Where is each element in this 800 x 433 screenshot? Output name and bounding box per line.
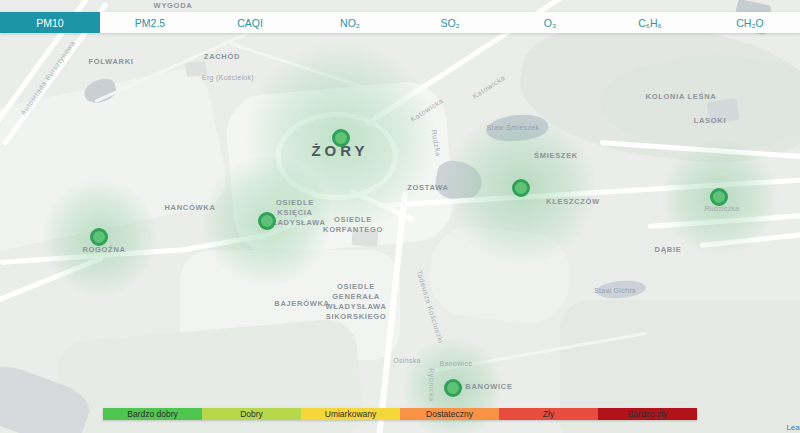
road	[648, 213, 800, 229]
map-terrain-patch	[223, 79, 456, 258]
road	[94, 31, 251, 103]
map-label-mieszek: ŚMIESZEK	[534, 151, 578, 161]
road	[349, 188, 415, 222]
map-label-folwarki: FOLWARKI	[88, 57, 133, 67]
tab-caqi[interactable]: CAQI	[200, 12, 300, 33]
map-label-osiedle-genera-a-w-adys-awa-sikorskiego: OSIEDLE GENERAŁA WŁADYSŁAWA SIKORSKIEGO	[325, 282, 386, 323]
station-marker-osiedle-ksiecia-wladyslawa[interactable]	[258, 212, 276, 230]
tab-c-h[interactable]: C₆H₆	[600, 12, 700, 33]
ring-road	[276, 112, 398, 200]
street-label-tadeusza-ko-ciuszki: Tadeusza Kościuszki	[414, 269, 445, 345]
street-label-rybnicka: Rybnicka	[426, 368, 435, 402]
station-marker-kleszczow[interactable]	[512, 179, 530, 197]
map-terrain-patch	[600, 55, 800, 150]
tab-no[interactable]: NO₂	[300, 12, 400, 33]
legend-bardzo-dobry: Bardzo dobry	[103, 408, 202, 420]
legend-z-y: Zły	[499, 408, 598, 420]
map-label-banowice: Banowice	[440, 359, 473, 368]
map-label-lasoki: LASOKI	[694, 116, 727, 126]
road	[700, 228, 800, 248]
map-label-hanc-wka: HANCÓWKA	[164, 203, 215, 213]
map-label-kolonia-le-na: KOLONIA LEŚNA	[646, 92, 717, 102]
road	[376, 192, 408, 433]
tab-so[interactable]: SO₂	[400, 12, 500, 33]
road	[185, 233, 267, 252]
map-label-staw-gichta: Staw Gichta	[594, 286, 636, 295]
air-quality-map-app: WYGODAFOLWARKIZACHÓDErg (Kościelok)ŻORYH…	[0, 0, 800, 433]
building-block	[351, 229, 378, 247]
map-label-kleszcz-w: KLESZCZÓW	[546, 197, 600, 207]
map-label-banowice: BANOWICE	[465, 382, 512, 392]
lake	[433, 158, 485, 203]
station-marker-banowice[interactable]	[444, 379, 462, 397]
road	[600, 140, 800, 160]
street-label-katowicka: Katowicka	[409, 96, 445, 124]
road	[230, 42, 374, 91]
map-label-wygoda: WYGODA	[154, 1, 193, 11]
legend-bardzo-z-y: Bardzo zły	[598, 408, 697, 420]
lake	[0, 359, 95, 433]
road	[430, 332, 647, 373]
road	[0, 247, 190, 265]
air-quality-legend: Bardzo dobryDobryUmiarkowanyDostatecznyZ…	[103, 408, 697, 420]
map-terrain-patch	[180, 250, 400, 360]
pollutant-tab-bar: PM10PM2.5CAQINO₂SO₂O₃C₆H₆CH₂O	[0, 12, 800, 33]
map-label-osi-ska: Osińska	[393, 356, 420, 365]
road	[385, 177, 800, 208]
map-label-bajer-wka: BAJERÓWKA	[274, 299, 329, 309]
map-label-rogo-na: ROGOŹNA	[82, 245, 125, 255]
lake-smieszek	[484, 111, 549, 145]
map-label-osiedle-korfantego: OSIEDLE KORFANTEGO	[323, 215, 383, 235]
street-label-autostrada-bursztynowa: Autostrada Bursztynowa	[19, 39, 78, 117]
map-label-zach-d: ZACHÓD	[204, 52, 240, 62]
tab-pm10[interactable]: PM10	[0, 12, 100, 33]
road	[0, 255, 104, 305]
map-label-staw-mieszek: Staw Śmieszek	[486, 123, 539, 132]
map-label-d-bie: DĄBIE	[655, 245, 682, 255]
legend-umiarkowany: Umiarkowany	[301, 408, 400, 420]
street-label-katowicka: Katowicka	[471, 73, 507, 101]
map-terrain-patch	[426, 223, 575, 327]
station-marker-rogozna[interactable]	[90, 228, 108, 246]
lake-gichta	[595, 279, 646, 300]
legend-dobry: Dobry	[202, 408, 301, 420]
station-marker-rudziczka[interactable]	[710, 188, 728, 206]
map-canvas[interactable]: WYGODAFOLWARKIZACHÓDErg (Kościelok)ŻORYH…	[0, 0, 800, 433]
legend-dostateczny: Dostateczny	[400, 408, 499, 420]
map-label-zostawa: ZOSTAWA	[407, 183, 448, 193]
tab-o[interactable]: O₃	[500, 12, 600, 33]
building-block	[707, 98, 740, 124]
map-label-erg-ko-cielok: Erg (Kościelok)	[202, 73, 254, 82]
map-terrain-patch	[0, 65, 232, 256]
map-terrain-patch	[512, 8, 800, 178]
map-attribution-link[interactable]: Leaf	[786, 423, 800, 432]
lake	[82, 76, 119, 106]
station-marker-zory[interactable]	[332, 129, 350, 147]
tab-ch-o[interactable]: CH₂O	[700, 12, 800, 33]
building-block	[185, 61, 206, 77]
tab-pm2-5[interactable]: PM2.5	[100, 12, 200, 33]
map-label-rudziczka: Rudziczka	[705, 204, 740, 213]
street-label-rudzka: Rudzka	[429, 129, 443, 158]
